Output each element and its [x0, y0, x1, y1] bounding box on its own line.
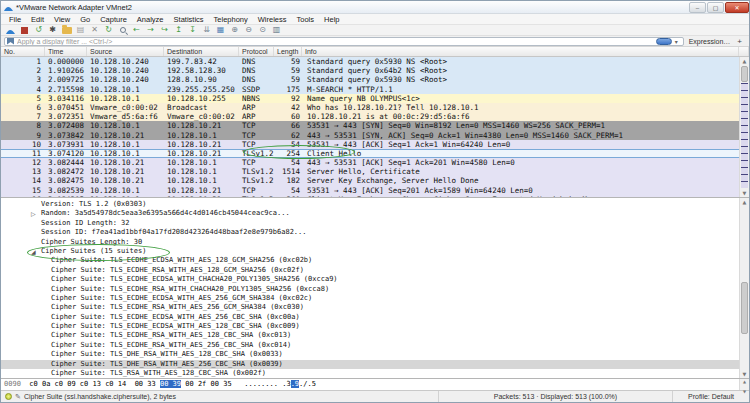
scroll-up-icon[interactable]: ▲ — [740, 198, 749, 206]
ascii-text[interactable]: ./.5 — [299, 380, 316, 388]
packet-row-7[interactable]: 73.072351Vmware_d5:6a:f6Vmware_c0:00:02A… — [1, 112, 741, 121]
menu-item-view[interactable]: View — [49, 15, 75, 24]
go-last-icon[interactable]: ↧ — [186, 25, 199, 36]
details-scrollbar[interactable]: ▲ ▼ — [739, 198, 749, 378]
packet-row-13[interactable]: 133.08247210.128.10.2110.128.10.1TLSv1.2… — [1, 167, 741, 176]
close-file-icon[interactable]: ✕ — [88, 25, 101, 36]
bytes-scrollbar[interactable]: ▲▼ — [739, 379, 749, 390]
column-header-source[interactable]: Source — [87, 47, 164, 56]
menu-item-help[interactable]: Help — [319, 15, 344, 24]
packet-row-10[interactable]: 103.07393110.128.10.110.128.10.21TCP5453… — [1, 140, 741, 149]
detail-line-2[interactable]: Session ID Length: 32 — [1, 219, 749, 228]
detail-line-15[interactable]: Cipher Suite: TLS_ECDHE_RSA_WITH_AES_256… — [1, 341, 749, 350]
menu-item-telephony[interactable]: Telephony — [209, 15, 253, 24]
detail-line-0[interactable]: Version: TLS 1.2 (0x0303) — [1, 200, 749, 209]
go-back-icon[interactable]: ← — [130, 25, 143, 36]
go-to-packet-icon[interactable]: ↪ — [158, 25, 171, 36]
maximize-button[interactable]: ▢ — [707, 2, 724, 13]
packet-row-5[interactable]: 53.03411610.128.10.110.128.10.255NBNS92N… — [1, 94, 741, 103]
menu-item-capture[interactable]: Capture — [95, 15, 132, 24]
detail-line-16[interactable]: Cipher Suite: TLS_DHE_RSA_WITH_AES_128_C… — [1, 350, 749, 359]
packet-row-4[interactable]: 42.71559810.128.10.1239.255.255.250SSDP1… — [1, 85, 741, 94]
start-capture-icon[interactable] — [4, 25, 17, 36]
collapsed-arrow-icon[interactable]: ▷ — [31, 209, 41, 218]
packet-row-2[interactable]: 21.91026610.128.10.240192.58.128.30DNS59… — [1, 66, 741, 75]
scroll-down-icon[interactable]: ▼ — [740, 189, 749, 197]
detail-line-6[interactable]: Cipher Suite: TLS_ECDHE_ECDSA_WITH_AES_1… — [1, 256, 749, 265]
add-filter-button[interactable]: + — [735, 37, 746, 46]
save-file-icon[interactable]: ▤ — [74, 25, 87, 36]
packet-row-15[interactable]: 153.08253910.128.10.110.128.10.21TCP5453… — [1, 186, 741, 195]
title-bar[interactable]: *VMware Network Adapter VMnet2 – ▢ ✕ — [1, 1, 749, 14]
hex-selected-bytes[interactable]: 00 39 — [160, 380, 181, 388]
column-header-length[interactable]: Length — [274, 47, 302, 56]
ascii-text[interactable]: ........ .3 — [244, 380, 290, 388]
zoom-reset-icon[interactable]: ⊙ — [256, 25, 269, 36]
go-first-icon[interactable]: ↥ — [172, 25, 185, 36]
detail-line-12[interactable]: Cipher Suite: TLS_ECDHE_ECDSA_WITH_AES_2… — [1, 313, 749, 322]
packet-list-scrollbar[interactable]: ▲ ▼ — [739, 57, 749, 197]
column-header-info[interactable]: Info — [302, 47, 739, 56]
capture-options-icon[interactable]: ✱ — [46, 25, 59, 36]
hex-bytes[interactable]: c0 0a c0 09 c0 13 c0 14 00 33 — [29, 380, 160, 388]
stop-capture-icon[interactable] — [18, 25, 31, 36]
packet-row-8[interactable]: 83.07240810.128.10.110.128.10.21TCP66535… — [1, 121, 741, 130]
packet-row-9[interactable]: 93.07384210.128.10.2110.128.10.1TCP62443… — [1, 131, 741, 140]
column-header-destination[interactable]: Destination — [164, 47, 239, 56]
menu-item-edit[interactable]: Edit — [26, 15, 49, 24]
column-header-protocol[interactable]: Protocol — [239, 47, 274, 56]
filter-apply-button[interactable] — [656, 38, 672, 45]
open-file-icon[interactable] — [60, 25, 73, 36]
detail-line-17[interactable]: Cipher Suite: TLS_DHE_RSA_WITH_AES_256_C… — [1, 360, 749, 369]
detail-line-18[interactable]: Cipher Suite: TLS_RSA_WITH_AES_128_CBC_S… — [1, 369, 749, 378]
detail-line-9[interactable]: Cipher Suite: TLS_ECDHE_RSA_WITH_CHACHA2… — [1, 285, 749, 294]
detail-line-8[interactable]: Cipher Suite: TLS_ECDHE_ECDSA_WITH_CHACH… — [1, 275, 749, 284]
filter-bookmark-icon[interactable] — [7, 38, 14, 45]
go-forward-icon[interactable]: → — [144, 25, 157, 36]
packet-row-11[interactable]: 113.07412010.128.10.110.128.10.21TLSv1.2… — [1, 149, 741, 158]
zoom-out-icon[interactable]: ⊖ — [242, 25, 255, 36]
detail-line-10[interactable]: Cipher Suite: TLS_ECDHE_ECDSA_WITH_AES_2… — [1, 294, 749, 303]
detail-line-5[interactable]: ◢Cipher Suites (15 suites) — [1, 247, 749, 256]
close-button[interactable]: ✕ — [725, 2, 749, 13]
detail-line-1[interactable]: ▷Random: 3a5d54978dc5eaa3e6395a566d4c4d0… — [1, 209, 749, 218]
column-header-no[interactable]: No. — [1, 47, 45, 56]
detail-line-4[interactable]: Cipher Suites Length: 30 — [1, 238, 749, 247]
column-header-time[interactable]: Time — [45, 47, 87, 56]
find-packet-icon[interactable] — [116, 25, 129, 36]
packet-bytes-pane[interactable]: 0090 c0 0a c0 09 c0 13 c0 14 00 33 00 39… — [1, 378, 749, 390]
packet-row-3[interactable]: 32.00972510.128.10.240128.8.10.90DNS59St… — [1, 75, 741, 84]
status-profile[interactable]: Profile: Default — [673, 391, 749, 403]
packet-row-12[interactable]: 123.08244410.128.10.2110.128.10.1TCP5444… — [1, 158, 741, 167]
hex-bytes[interactable]: 00 2f 00 35 — [181, 380, 232, 388]
menu-item-tools[interactable]: Tools — [292, 15, 320, 24]
scrollbar-thumb[interactable] — [741, 66, 748, 82]
zoom-in-icon[interactable]: ⊕ — [228, 25, 241, 36]
detail-line-3[interactable]: Session ID: f7ea41ad1bbf04a17fd208d42326… — [1, 228, 749, 237]
menu-item-analyze[interactable]: Analyze — [132, 15, 169, 24]
expression-button[interactable]: Expression… — [684, 38, 736, 45]
scroll-down-icon[interactable]: ▼ — [740, 370, 749, 378]
menu-item-go[interactable]: Go — [75, 15, 95, 24]
scrollbar-thumb[interactable] — [741, 282, 748, 334]
autoscroll-icon[interactable]: ⇊ — [200, 25, 213, 36]
ascii-selected-text[interactable]: .9 — [291, 380, 299, 388]
packet-row-1[interactable]: 10.00000010.128.10.240199.7.83.42DNS59St… — [1, 57, 741, 66]
menu-item-wireless[interactable]: Wireless — [253, 15, 292, 24]
detail-line-11[interactable]: Cipher Suite: TLS_ECDHE_RSA_WITH_AES_256… — [1, 303, 749, 312]
packet-row-14[interactable]: 143.08247510.128.10.2110.128.10.1TLSv1.2… — [1, 176, 741, 185]
expanded-arrow-icon[interactable]: ◢ — [31, 247, 41, 256]
scroll-up-icon[interactable]: ▲ — [740, 57, 749, 65]
detail-line-14[interactable]: Cipher Suite: TLS_ECDHE_RSA_WITH_AES_128… — [1, 331, 749, 340]
restart-capture-icon[interactable]: ↺ — [32, 25, 45, 36]
minimize-button[interactable]: – — [689, 2, 706, 13]
filter-history-caret-icon[interactable]: ▾ — [672, 38, 681, 45]
packet-row-6[interactable]: 63.070451Vmware_c0:00:02BroadcastARP42Wh… — [1, 103, 741, 112]
detail-line-7[interactable]: Cipher Suite: TLS_ECDHE_RSA_WITH_AES_128… — [1, 266, 749, 275]
colorize-icon[interactable]: ▦ — [214, 25, 227, 36]
resize-columns-icon[interactable]: ▥ — [270, 25, 283, 36]
menu-item-file[interactable]: File — [4, 15, 26, 24]
display-filter-input[interactable]: Apply a display filter ... <Ctrl-/> ▾ — [4, 37, 684, 46]
reload-icon[interactable]: ↻ — [102, 25, 115, 36]
menu-item-statistics[interactable]: Statistics — [169, 15, 209, 24]
